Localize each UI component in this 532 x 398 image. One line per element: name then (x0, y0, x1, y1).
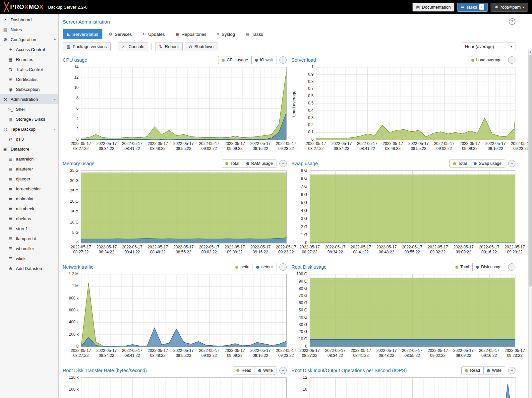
legend-dot (225, 162, 228, 165)
sidebar-item-tlamprecht[interactable]: ≣tlamprecht (0, 233, 58, 243)
legend-cpu-usage[interactable]: CPU usage (218, 56, 252, 64)
sidebar-item-datastore[interactable]: ▣Datastore (0, 144, 58, 154)
tab-services[interactable]: ⚙Services (104, 29, 136, 39)
legend-load-average[interactable]: Load average (468, 56, 505, 64)
sidebar-item-certificates[interactable]: ✳Certificates (0, 74, 58, 84)
shutdown-button[interactable]: ⊙ Shutdown (185, 42, 217, 51)
sidebar-item-fgruenbichler[interactable]: ≣fgruenbichler (0, 184, 58, 194)
sidebar-item-configuration[interactable]: ⚙Configuration▾ (0, 34, 58, 44)
x-tick-label: 2022-05-1708:48:22 (148, 245, 168, 255)
legend-write[interactable]: Write (484, 366, 505, 374)
sidebar-item-tape-backup[interactable]: ◎Tape Backup▾ (0, 124, 58, 134)
chevron-down-icon[interactable]: ▾ (54, 127, 56, 131)
legend-label: Read (241, 368, 251, 373)
sidebar-item-mlimbeck[interactable]: ≣mlimbeck (0, 204, 58, 214)
scrollbar-thumb[interactable] (529, 55, 532, 287)
sidebar-item-subscription[interactable]: ◉Subscription (0, 84, 58, 94)
vertical-scrollbar[interactable]: ▲ (528, 50, 532, 398)
collapse-chart-button[interactable]: − (279, 160, 287, 167)
chart-canvas-network (81, 274, 286, 347)
legend-disk-usage[interactable]: Disk usage (473, 263, 505, 271)
sidebar-item-storage-disks[interactable]: ▥Storage / Disks (0, 114, 58, 124)
sidebar-item-administration[interactable]: ⚒Administration▾ (0, 94, 58, 104)
collapse-chart-button[interactable]: − (279, 56, 287, 64)
legend-label: netin (240, 265, 249, 269)
chevron-down-icon[interactable]: ▾ (54, 38, 56, 41)
reboot-button[interactable]: ↻ Reboot (155, 42, 183, 51)
scroll-up-icon[interactable]: ▲ (529, 50, 532, 53)
legend-netout[interactable]: netout (253, 263, 276, 271)
collapse-chart-button[interactable]: − (508, 263, 515, 271)
collapse-chart-button[interactable]: − (508, 56, 515, 64)
tab-repositories[interactable]: ▦Repositories (171, 29, 210, 39)
legend-total[interactable]: Total (452, 263, 473, 271)
legend-total[interactable]: Total (449, 160, 470, 167)
sidebar-item-label: wbumiller (16, 246, 34, 251)
legend-read[interactable]: Read (233, 366, 255, 374)
sidebar-item-malmalat[interactable]: ≣malmalat (0, 194, 58, 204)
y-tick-label: 12 (303, 375, 307, 380)
help-button[interactable]: ? (509, 18, 515, 25)
x-tick-label: 2022-05-1708:27:22 (306, 141, 326, 151)
sidebar-item-add-datastore[interactable]: ⊕Add Datastore (0, 263, 58, 273)
y-tick-label: 60 G (299, 300, 307, 305)
collapse-chart-button[interactable]: − (279, 263, 287, 271)
sidebar-item-dashboard[interactable]: ◔Dashboard (0, 15, 58, 25)
sidebar-item-wbumiller[interactable]: ≣wbumiller (0, 243, 58, 253)
wrench-icon: ⚒ (3, 97, 8, 102)
terminal-icon: >_ (122, 44, 126, 49)
sidebar-item-notes[interactable]: ▤Notes (0, 25, 58, 34)
chart-area: 01 G2 G3 G4 G5 G6 G7 G8 G9 G 2022-05-170… (291, 170, 515, 257)
collapse-chart-button[interactable]: − (508, 160, 515, 167)
legend-io-wait[interactable]: IO wait (252, 56, 276, 64)
legend-write[interactable]: Write (255, 366, 276, 374)
sidebar-item-remotes[interactable]: ▦Remotes (0, 54, 58, 64)
chart-legend: TotalDisk usage (452, 263, 505, 271)
sidebar-item-label: mlimbeck (16, 206, 34, 211)
x-tick-label: 2022-05-1709:23:22 (504, 348, 525, 358)
tasks-icon: ▤ (246, 32, 249, 36)
tab-syslog[interactable]: ≡Syslog (213, 29, 240, 39)
documentation-button[interactable]: ▤ Documentation (412, 3, 454, 12)
x-tick-label: 2022-05-1708:41:22 (122, 141, 142, 151)
sidebar-item-shell[interactable]: >_Shell (0, 104, 58, 114)
legend-read[interactable]: Read (461, 366, 484, 374)
legend-swap-usage[interactable]: Swap usage (470, 160, 505, 167)
legend-total[interactable]: Total (222, 160, 243, 167)
sidebar-item-label: Certificates (16, 77, 37, 82)
sidebar-item-traffic-control[interactable]: ⇅Traffic Control (0, 64, 58, 74)
tab-serverstatus[interactable]: ◣ServerStatus (63, 29, 102, 39)
collapse-chart-button[interactable]: − (508, 367, 515, 374)
y-tick-label: 0.4 (308, 108, 314, 113)
collapse-chart-button[interactable]: − (279, 367, 287, 374)
sidebar-item-store1[interactable]: ≣store1 (0, 224, 58, 233)
sidebar-item-label: Storage / Disks (16, 117, 45, 122)
plot-column: 2022-05-1708:27:222022-05-1708:34:222022… (310, 170, 515, 257)
chart-legend: netinnetout (232, 263, 276, 271)
package-icon: ▧ (67, 44, 70, 49)
sidebar-item-wlink[interactable]: ≣wlink (0, 253, 58, 263)
chevron-down-icon[interactable]: ▾ (54, 98, 56, 101)
chart-panel-header: Memory usage TotalRAM usage − (63, 159, 287, 168)
package-versions-button[interactable]: ▧ Package versions (63, 42, 111, 51)
user-menu-button[interactable]: ☻ root@pam ▾ (491, 3, 528, 12)
legend-dot (455, 266, 458, 269)
database-icon: ≣ (8, 166, 13, 171)
sidebar-item-djaeger[interactable]: ≣djaeger (0, 174, 58, 184)
sidebar-item-aantreich[interactable]: ≣aantreich (0, 154, 58, 164)
sidebar-item-alauterer[interactable]: ≣alauterer (0, 164, 58, 174)
y-tick-label: 8 (76, 96, 79, 100)
legend-ram-usage[interactable]: RAM usage (243, 160, 276, 167)
sidebar-item-label: Access Control (16, 47, 45, 52)
console-button[interactable]: >_ Console (118, 42, 148, 51)
sidebar-item-label: alauterer (16, 166, 33, 171)
time-range-select[interactable]: Hour (average) ▾ (462, 42, 515, 51)
tab-tasks[interactable]: ▤Tasks (241, 29, 267, 39)
sidebar-item-qsl3[interactable]: ⇄qsl3 (0, 134, 58, 144)
sidebar-item-obektas[interactable]: ≣obektas (0, 214, 58, 224)
tasks-button[interactable]: ≣ Tasks 1 (457, 3, 488, 12)
legend-netin[interactable]: netin (232, 263, 253, 271)
tab-updates[interactable]: ↻Updates (138, 29, 169, 39)
sidebar-item-access-control[interactable]: ✦Access Control (0, 44, 58, 54)
y-tick-label: 400 k (69, 320, 79, 324)
